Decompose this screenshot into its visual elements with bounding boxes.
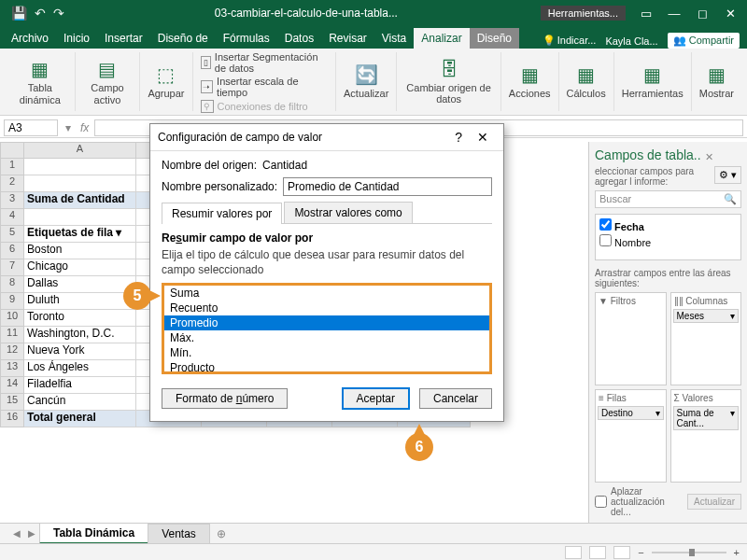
row-header[interactable]: 2: [0, 175, 24, 192]
zoom-out-icon[interactable]: −: [638, 547, 643, 558]
field-nombre[interactable]: Nombre: [599, 234, 737, 248]
function-option-mín[interactable]: Mín.: [164, 345, 489, 360]
cell[interactable]: [24, 209, 136, 226]
cell[interactable]: Boston: [24, 243, 136, 259]
user-name[interactable]: Kayla Cla...: [605, 35, 657, 47]
cell[interactable]: Total general: [24, 411, 136, 427]
row-header[interactable]: 8: [0, 276, 24, 293]
cancel-button[interactable]: Cancelar: [419, 388, 492, 409]
row-header[interactable]: 9: [0, 293, 24, 310]
function-option-suma[interactable]: Suma: [164, 286, 489, 301]
select-all-corner[interactable]: [0, 142, 24, 159]
cell[interactable]: Duluth: [24, 293, 136, 310]
row-field-destino[interactable]: Destino▾: [598, 406, 664, 420]
col-header-a[interactable]: A: [24, 142, 136, 159]
col-field-meses[interactable]: Meses▾: [673, 309, 740, 323]
function-option-producto[interactable]: Producto: [164, 360, 489, 374]
ribbon-agrupar[interactable]: ⬚Agrupar: [140, 52, 192, 111]
filter-connections[interactable]: ⚲Conexiones de filtro: [201, 100, 329, 113]
cell[interactable]: Suma de Cantidad: [24, 192, 136, 209]
dialog-help-icon[interactable]: ?: [447, 130, 470, 145]
insert-slicer[interactable]: ▯Insertar Segmentación de datos: [201, 51, 329, 74]
share-button[interactable]: 👥 Compartir: [668, 33, 740, 49]
maximize-icon[interactable]: ◻: [689, 7, 715, 21]
tab-insertar[interactable]: Insertar: [97, 28, 150, 49]
row-header[interactable]: 6: [0, 243, 24, 259]
undo-icon[interactable]: ↶: [35, 6, 46, 21]
ribbon-calculos[interactable]: ▦Cálculos: [559, 52, 614, 111]
area-filtros[interactable]: ▼ Filtros: [595, 292, 667, 385]
row-header[interactable]: 16: [0, 411, 24, 427]
value-field-suma[interactable]: Suma de Cant...▾: [673, 406, 740, 430]
field-fecha[interactable]: Fecha: [599, 218, 737, 232]
cell[interactable]: [24, 175, 136, 192]
row-header[interactable]: 5: [0, 226, 24, 243]
dialog-tab-summarize[interactable]: Resumir valores por: [162, 203, 282, 224]
cell[interactable]: Nueva York: [24, 343, 136, 360]
tab-archivo[interactable]: Archivo: [4, 28, 56, 49]
accept-button[interactable]: Aceptar: [342, 387, 410, 410]
function-option-máx[interactable]: Máx.: [164, 330, 489, 345]
row-header[interactable]: 12: [0, 343, 24, 360]
row-header[interactable]: 4: [0, 209, 24, 226]
ribbon-campo-activo[interactable]: ▤Campo activo: [76, 52, 141, 111]
insert-timeline[interactable]: ➝Insertar escala de tiempo: [201, 76, 329, 98]
sheet-tab-ventas[interactable]: Ventas: [148, 524, 210, 543]
gear-icon[interactable]: ⚙ ▾: [714, 166, 741, 184]
view-normal-icon[interactable]: [565, 546, 582, 559]
fx-icon[interactable]: fx: [75, 121, 94, 134]
sheet-nav-next[interactable]: ▶: [24, 528, 39, 539]
ribbon-herramientas[interactable]: ▦Herramientas: [614, 52, 692, 111]
cell[interactable]: Los Ángeles: [24, 360, 136, 377]
tab-revisar[interactable]: Revisar: [321, 28, 374, 49]
row-header[interactable]: 14: [0, 377, 24, 394]
sheet-nav-prev[interactable]: ◀: [9, 528, 24, 539]
namebox-dropdown[interactable]: ▾: [62, 121, 75, 134]
ribbon-options-icon[interactable]: ▭: [633, 7, 659, 21]
zoom-slider[interactable]: [652, 552, 726, 553]
close-icon[interactable]: ✕: [717, 7, 743, 21]
tab-analizar[interactable]: Analizar: [414, 28, 469, 49]
view-layout-icon[interactable]: [589, 546, 606, 559]
add-sheet-icon[interactable]: ⊕: [209, 527, 233, 540]
row-header[interactable]: 3: [0, 192, 24, 209]
function-listbox[interactable]: SumaRecuentoPromedioMáx.Mín.Producto: [162, 283, 492, 374]
area-filas[interactable]: ≡ FilasDestino▾: [595, 389, 667, 483]
custom-name-input[interactable]: [283, 177, 492, 196]
minimize-icon[interactable]: —: [661, 7, 687, 21]
cell[interactable]: Chicago: [24, 259, 136, 276]
name-box[interactable]: [4, 119, 58, 136]
cell[interactable]: Washington, D.C.: [24, 327, 136, 343]
number-format-button[interactable]: Formato de número: [162, 388, 288, 409]
row-header[interactable]: 15: [0, 394, 24, 411]
cell[interactable]: Etiquetas de fila ▾: [24, 226, 136, 243]
tab-diseno[interactable]: Diseño: [470, 28, 519, 49]
cell[interactable]: Cancún: [24, 394, 136, 411]
area-columnas[interactable]: ‖‖ ColumnasMeses▾: [670, 292, 742, 385]
row-header[interactable]: 11: [0, 327, 24, 343]
save-icon[interactable]: 💾: [11, 6, 27, 21]
tab-formulas[interactable]: Fórmulas: [216, 28, 277, 49]
row-header[interactable]: 10: [0, 310, 24, 327]
defer-checkbox[interactable]: [595, 496, 607, 508]
field-pane-close-icon[interactable]: ✕: [705, 151, 713, 163]
ribbon-acciones[interactable]: ▦Acciones: [501, 52, 559, 111]
function-option-recuento[interactable]: Recuento: [164, 301, 489, 315]
tab-diseno-pagina[interactable]: Diseño de: [150, 28, 216, 49]
ribbon-mostrar[interactable]: ▦Mostrar: [692, 52, 741, 111]
tab-inicio[interactable]: Inicio: [56, 28, 97, 49]
cell[interactable]: Dallas: [24, 276, 136, 293]
area-valores[interactable]: Σ ValoresSuma de Cant...▾: [670, 389, 742, 483]
tab-vista[interactable]: Vista: [374, 28, 414, 49]
function-option-promedio[interactable]: Promedio: [164, 315, 489, 330]
field-search[interactable]: Buscar🔍: [595, 190, 741, 208]
row-header[interactable]: 1: [0, 159, 24, 175]
ribbon-cambiar-origen[interactable]: 🗄Cambiar origen de datos: [397, 52, 501, 111]
cell[interactable]: Filadelfia: [24, 377, 136, 394]
tab-datos[interactable]: Datos: [277, 28, 321, 49]
dialog-tab-show-as[interactable]: Mostrar valores como: [284, 202, 412, 223]
zoom-in-icon[interactable]: +: [734, 547, 740, 558]
view-pagebreak-icon[interactable]: [613, 546, 630, 559]
ribbon-actualizar[interactable]: 🔄Actualizar: [336, 52, 397, 111]
tell-me[interactable]: Indicar...: [543, 35, 597, 47]
